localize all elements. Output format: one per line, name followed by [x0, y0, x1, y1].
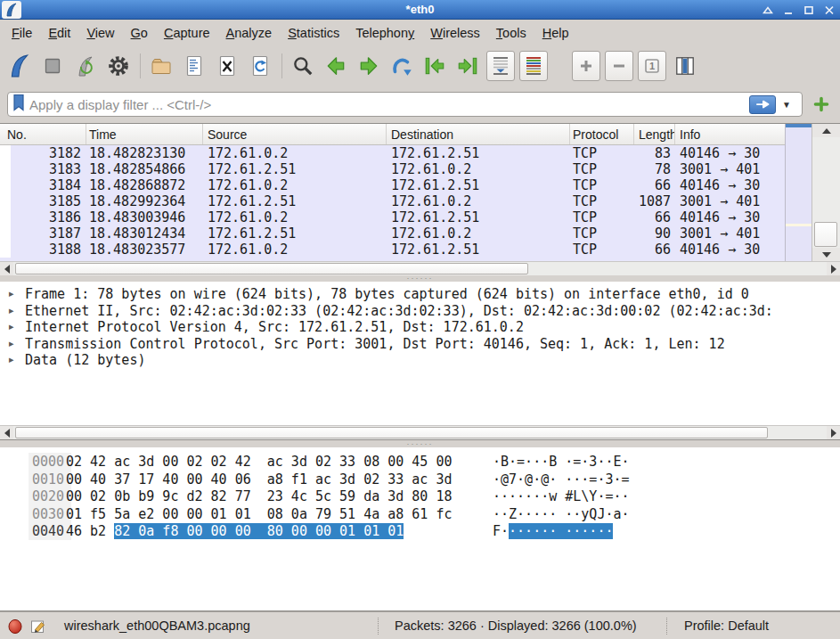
last-packet-icon[interactable] [453, 51, 482, 81]
packet-list-vscrollbar[interactable] [811, 124, 840, 261]
expand-arrow-icon[interactable]: ▸ [9, 352, 14, 369]
column-header-protocol[interactable]: Protocol [570, 124, 634, 144]
reload-file-icon[interactable] [246, 51, 274, 81]
hex-row[interactable]: 002000 02 0b b9 9c d2 82 77 23 4c 5c 59 … [0, 488, 840, 506]
display-filter-field[interactable]: ▼ [7, 92, 803, 117]
column-header-time[interactable]: Time [86, 124, 203, 144]
detail-data[interactable]: ▸Data (12 bytes) [0, 352, 840, 369]
column-header-source[interactable]: Source [203, 124, 387, 144]
expand-arrow-icon[interactable]: ▸ [9, 319, 14, 336]
detail-ip[interactable]: ▸Internet Protocol Version 4, Src: 172.6… [0, 319, 840, 336]
packet-row[interactable]: 318218.482823130172.61.0.2172.61.2.51TCP… [0, 145, 785, 161]
title-bar[interactable]: *eth0 [0, 0, 840, 20]
capture-comment-icon[interactable] [30, 619, 46, 637]
save-file-icon[interactable] [180, 51, 208, 81]
hex-row[interactable]: 001000 40 37 17 40 00 40 06 a8 f1 ac 3d … [0, 471, 840, 489]
first-packet-icon[interactable] [420, 51, 449, 81]
go-to-packet-icon[interactable] [387, 51, 416, 81]
go-back-icon[interactable] [322, 51, 350, 81]
expand-arrow-icon[interactable]: ▸ [9, 303, 14, 320]
stop-capture-icon[interactable] [38, 51, 67, 81]
menu-go[interactable]: Go [123, 22, 156, 44]
scroll-right-button[interactable] [827, 262, 840, 275]
detail-ethernet[interactable]: ▸Ethernet II, Src: 02:42:ac:3d:02:33 (02… [0, 303, 840, 320]
menu-capture[interactable]: Capture [156, 22, 218, 44]
minimap-position-indicator [786, 124, 811, 127]
column-header-length[interactable]: Length [634, 124, 675, 144]
window-title: *eth0 [0, 0, 840, 20]
packet-list-header: No. Time Source Destination Protocol Len… [0, 124, 811, 145]
svg-text:1: 1 [649, 61, 655, 71]
filter-dropdown-caret[interactable]: ▼ [776, 100, 797, 110]
hscroll-thumb[interactable] [15, 427, 768, 438]
packet-rows: 318218.482823130172.61.0.2172.61.2.51TCP… [0, 145, 785, 261]
minimize-button[interactable] [783, 5, 794, 15]
column-header-destination[interactable]: Destination [387, 124, 570, 144]
menu-edit[interactable]: Edit [40, 22, 78, 44]
menu-wireless[interactable]: Wireless [422, 22, 488, 44]
status-bar: wireshark_eth00QBAM3.pcapng Packets: 326… [0, 611, 840, 639]
menu-tools[interactable]: Tools [488, 22, 534, 44]
packet-row[interactable]: 318518.482992364172.61.2.51172.61.0.2TCP… [0, 193, 785, 209]
packet-row[interactable]: 318718.483012434172.61.2.51172.61.0.2TCP… [0, 225, 785, 242]
selected-bytes: 82 0a f8 00 00 00 80 00 00 01 01 01 [114, 523, 404, 539]
pane-splitter[interactable]: ······ [0, 274, 840, 282]
packet-row[interactable]: 318618.483003946172.61.0.2172.61.2.51TCP… [0, 209, 785, 225]
zoom-original-icon[interactable]: 1 [638, 51, 666, 81]
capture-filename[interactable]: wireshark_eth00QBAM3.pcapng [64, 612, 250, 639]
pane-splitter[interactable]: ······ [0, 440, 840, 447]
menu-analyze[interactable]: Analyze [218, 22, 281, 44]
details-hscrollbar[interactable] [0, 425, 840, 439]
hex-row[interactable]: 000002 42 ac 3d 00 02 02 42 ac 3d 02 33 … [0, 454, 840, 471]
statusbar-separator [666, 618, 667, 635]
menu-telephony[interactable]: Telephony [347, 22, 422, 44]
start-capture-icon[interactable] [5, 51, 34, 81]
shade-button[interactable] [763, 5, 773, 15]
zoom-out-icon[interactable] [605, 51, 633, 81]
vscroll-thumb[interactable] [814, 222, 837, 247]
expand-arrow-icon[interactable]: ▸ [9, 336, 14, 353]
scroll-down-button[interactable] [812, 248, 840, 261]
maximize-button[interactable] [803, 5, 814, 15]
close-file-icon[interactable] [213, 51, 241, 81]
filter-input[interactable] [29, 97, 749, 112]
scroll-left-button[interactable] [0, 426, 13, 439]
apply-filter-button[interactable] [749, 95, 776, 114]
packet-row[interactable]: 318318.482854866172.61.2.51172.61.0.2TCP… [0, 161, 785, 177]
find-packet-icon[interactable] [289, 51, 317, 81]
restart-capture-icon[interactable] [71, 51, 100, 81]
statusbar-separator [378, 618, 379, 635]
open-file-icon[interactable] [147, 51, 175, 81]
close-button[interactable] [824, 5, 835, 15]
expand-arrow-icon[interactable]: ▸ [9, 286, 14, 303]
menu-statistics[interactable]: Statistics [280, 22, 347, 44]
expert-info-icon[interactable] [7, 619, 23, 637]
filter-bookmark-icon[interactable] [12, 94, 25, 115]
capture-options-icon[interactable] [104, 51, 133, 81]
resize-columns-icon[interactable] [671, 51, 699, 81]
menu-view[interactable]: View [78, 22, 122, 44]
zoom-in-icon[interactable] [572, 51, 600, 81]
colorize-icon[interactable] [519, 51, 548, 81]
profile-selector[interactable]: Profile: Default [684, 612, 769, 639]
packet-row[interactable]: 318418.482868872172.61.0.2172.61.2.51TCP… [0, 177, 785, 193]
menu-file[interactable]: File [4, 22, 40, 44]
scroll-left-button[interactable] [0, 262, 13, 275]
filter-toolbar: ▼ [0, 86, 840, 123]
packet-row[interactable]: 318818.483023577172.61.0.2172.61.2.51TCP… [0, 242, 785, 258]
go-forward-icon[interactable] [355, 51, 383, 81]
intelligent-scrollbar-minimap[interactable] [785, 124, 811, 261]
detail-tcp[interactable]: ▸Transmission Control Protocol, Src Port… [0, 336, 840, 353]
auto-scroll-icon[interactable] [486, 51, 515, 81]
scroll-up-button[interactable] [812, 124, 840, 137]
hex-row[interactable]: 003001 f5 5a e2 00 00 01 01 08 0a 79 51 … [0, 506, 840, 524]
column-header-no[interactable]: No. [0, 124, 86, 144]
minimap-mark [786, 224, 811, 226]
detail-frame[interactable]: ▸Frame 1: 78 bytes on wire (624 bits), 7… [0, 286, 840, 303]
hex-row-selected[interactable]: 004046 b2 82 0a f8 00 00 00 80 00 00 01 … [0, 523, 840, 541]
add-filter-button[interactable] [810, 93, 833, 116]
menu-bar: File Edit View Go Capture Analyze Statis… [0, 20, 840, 46]
hscroll-thumb[interactable] [15, 263, 528, 274]
menu-help[interactable]: Help [534, 22, 577, 44]
scroll-right-button[interactable] [827, 426, 840, 439]
